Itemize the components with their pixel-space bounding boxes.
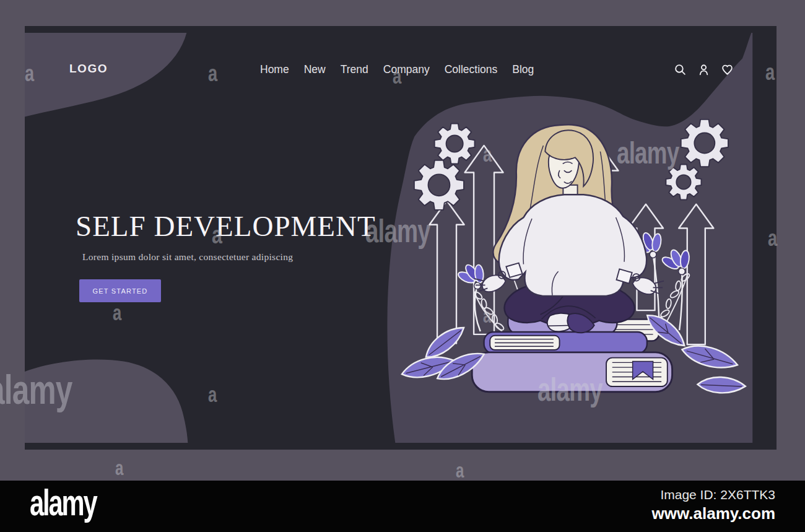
account-icon[interactable] [697,63,710,76]
heart-icon[interactable] [721,63,734,76]
watermark-text: a [115,458,123,478]
image-id-text: Image ID: 2X6TTK3 [660,487,775,502]
alamy-logo: alamy [30,484,97,521]
site-logo[interactable]: LOGO [69,62,108,76]
watermark-text: a [456,461,464,481]
gear-icon [435,124,475,164]
get-started-button[interactable]: GET STARTED [79,279,161,302]
nav-item-collections[interactable]: Collections [445,63,498,76]
search-icon[interactable] [674,63,687,76]
alamy-url-text: www.alamy.com [652,504,775,523]
gear-icon [666,164,701,199]
stock-image-frame: LOGO HomeNewTrendCompanyCollectionsBlog … [0,0,805,532]
gear-icon [414,160,464,210]
main-nav: HomeNewTrendCompanyCollectionsBlog [260,63,534,76]
nav-item-company[interactable]: Company [383,63,430,76]
header-icons [674,63,734,76]
gear-icon [681,120,728,167]
blob-bottom-left [25,359,188,443]
landing-page: LOGO HomeNewTrendCompanyCollectionsBlog … [25,26,777,450]
nav-item-trend[interactable]: Trend [341,63,368,76]
hero-subtitle: Lorem ipsum dolor sit amet, consectetuer… [82,251,293,263]
nav-item-home[interactable]: Home [260,63,289,76]
nav-item-blog[interactable]: Blog [512,63,534,76]
nav-item-new[interactable]: New [304,63,326,76]
page-title: SELF DEVELOPMENT [76,209,376,243]
alamy-bar: alamy Image ID: 2X6TTK3 www.alamy.com [0,481,805,532]
